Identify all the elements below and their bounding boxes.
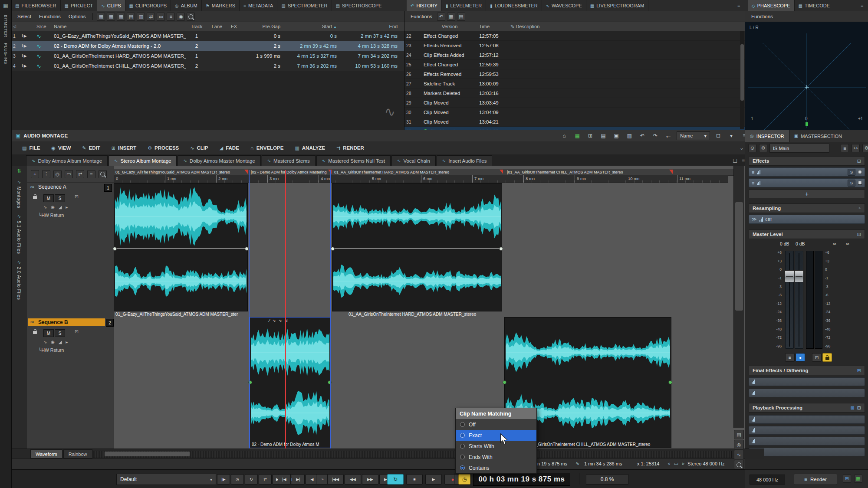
col-version[interactable]: Version (422, 24, 477, 29)
history-row[interactable]: 32 Clip Moved 13:04:32 (404, 127, 745, 130)
effect-slot[interactable]: ≡ S (749, 178, 865, 187)
playback-processing-section-header[interactable]: Playback Processing ⊠ ⊞ (749, 403, 865, 413)
meter-tab[interactable]: ▮ LEVELMETER (442, 0, 486, 11)
meter-tab[interactable]: ▮ LOUDNESSMETER (486, 0, 542, 11)
clips-toolbar-icon[interactable]: ▥ (137, 13, 145, 21)
montage-menu-item[interactable]: ⊞ INSERT (106, 141, 142, 154)
meter-tab[interactable]: ∿ WAVESCOPE (542, 0, 586, 11)
clips-toolbar-icon[interactable]: ⇄ (147, 13, 155, 21)
final-effect-slot[interactable] (749, 377, 865, 386)
transport-main-button[interactable]: ↻ (387, 474, 404, 485)
section-icon[interactable]: ⊠ (851, 405, 855, 411)
clips-toolbar-icon[interactable]: ▤ (127, 13, 135, 21)
titlebar-icon[interactable]: ⊟ (713, 132, 723, 140)
bypass-box[interactable] (858, 170, 862, 174)
section-icon[interactable]: ⊞ (857, 368, 861, 373)
clip-a1[interactable] (114, 183, 248, 311)
bypass-box[interactable] (858, 181, 862, 185)
clips-toolbar-icon[interactable]: ▦ (97, 13, 105, 21)
lock-icon[interactable] (822, 353, 832, 362)
montage-toolbar-icon[interactable]: ⋮ (42, 170, 50, 178)
titlebar-icon[interactable]: ↶ (638, 132, 647, 140)
pregap-cell[interactable]: 2 s (241, 63, 282, 69)
clip-row[interactable]: 2 ‖▶ ∿ 02 - Demo ADM for Dolby Atmos Mas… (11, 41, 404, 51)
playback-slot[interactable] (749, 448, 865, 456)
inspector-tab[interactable]: ▣ MASTERSECTION (789, 130, 847, 142)
mute-button[interactable]: M (43, 194, 54, 202)
transport-skip-button[interactable]: ▶▶ (362, 474, 378, 485)
transport-locate-button[interactable]: |◀ (278, 474, 291, 485)
section-icon[interactable]: ⊡ (857, 232, 861, 237)
time-format-button[interactable]: ◷ (458, 474, 470, 485)
search-icon[interactable] (187, 13, 195, 21)
context-menu-item[interactable]: Exact (456, 430, 536, 441)
montage-menu-item[interactable]: ∿ CLIP (184, 141, 214, 154)
clips-toolbar-icon[interactable]: ▭ (157, 13, 165, 21)
tool-tab[interactable]: ▤ SPECTROSCOPE (332, 0, 386, 11)
montage-menu-item[interactable]: ▥ ANALYZE (289, 141, 331, 154)
history-row[interactable]: 26 Effects Removed 12:59:53 (404, 69, 745, 79)
montage-toolbar-icon[interactable]: ▭ (65, 170, 73, 178)
history-row[interactable]: 24 Clip Effects Added 12:57:12 (404, 50, 745, 60)
transport-skip-button[interactable]: ◀◀ (345, 474, 361, 485)
volume-envelope[interactable] (114, 248, 247, 249)
montage-menu-item[interactable]: ✎ EDIT (76, 141, 105, 154)
montage-menu-item[interactable]: ∩ ENVELOPE (245, 141, 289, 154)
titlebar-icon[interactable]: ▦ (572, 132, 582, 140)
col-pregap[interactable]: Pre-Gap (241, 24, 282, 29)
hw-return-label[interactable]: └HW Return (38, 347, 64, 353)
transport-option-button[interactable]: ↻ (245, 474, 258, 485)
montage-tab[interactable]: ∿ Dolby Atmos Album Montage (26, 155, 108, 166)
dock-tab[interactable]: BITMETER (0, 15, 11, 37)
context-menu-item[interactable]: Starts With (456, 441, 536, 452)
zoom-stack-icon[interactable]: ▤ (734, 430, 744, 439)
selection-edge-right[interactable] (330, 170, 331, 449)
list-icon[interactable]: ≡ (841, 144, 849, 152)
volume-envelope[interactable] (505, 382, 671, 382)
titlebar-icon[interactable]: ⌂ (559, 132, 569, 140)
montage-toolbar-icon[interactable]: + (31, 170, 39, 178)
transport-locate-button[interactable]: ▶| (292, 474, 305, 485)
history-row[interactable]: 29 Clip Moved 13:03:49 (404, 98, 745, 108)
solo-button[interactable]: S (55, 329, 65, 337)
meter-tab[interactable]: ▦ LIVESPECTROGRAM (586, 0, 648, 11)
history-scrollbar[interactable] (740, 31, 744, 129)
clips-menu-item[interactable]: Functions (36, 13, 64, 20)
playback-slot[interactable] (749, 415, 865, 424)
col-lane[interactable]: Lane (207, 24, 227, 29)
tool-tab[interactable]: ▦ PROJECT (61, 0, 98, 11)
tab-list-icon[interactable]: ≡ (742, 158, 745, 164)
effects-section-header[interactable]: Effects ⊟ (749, 156, 865, 166)
clip-play-icons[interactable]: ‖▶ (20, 34, 35, 38)
montage-tab[interactable]: ∿ Vocal Chain (391, 155, 436, 166)
tab-checkbox-icon[interactable]: ☐ (733, 158, 737, 164)
track-routing-icons[interactable]: ∿ ◉ ◢ ▸ (43, 340, 69, 344)
master-fader-left[interactable] (785, 251, 794, 349)
clips-toolbar-icon[interactable]: ◉ (177, 13, 185, 21)
playback-slot[interactable] (749, 437, 865, 445)
zoom-stack-icon[interactable]: ∿ (734, 450, 744, 459)
resampling-section-header[interactable]: Resampling ≈ (749, 203, 865, 213)
render-mode-icon[interactable]: ▦ (854, 475, 862, 483)
montage-tab[interactable]: ∿ Dolby Atmos Master Montage (178, 155, 260, 166)
clip-row[interactable]: 1 ‖▶ ∿ 01_G-Eazy_AllTheThingsYouSaid_ATM… (11, 31, 404, 41)
tools-icon[interactable]: ⚙ (759, 144, 767, 152)
playback-speed-value[interactable]: 0.8 % (586, 474, 628, 485)
montage-tab[interactable]: ∿ Mastered Stems (262, 155, 316, 166)
solo-effect-button[interactable]: S (848, 169, 855, 176)
montage-menu-item[interactable]: ⇉ RENDER (331, 141, 370, 154)
col-track[interactable]: Track (186, 24, 207, 29)
history-row[interactable]: 25 Effect Changed 12:59:39 (404, 60, 745, 69)
panel-menu-icon[interactable]: ≡ (733, 0, 744, 11)
end-cell[interactable]: 7 mn 34 s 202 ms (339, 53, 399, 59)
selection-edge-left[interactable] (249, 170, 250, 449)
transport-main-button[interactable]: ■ (406, 474, 423, 485)
transport-time-display[interactable]: 00 h 03 mn 19 s 875 ms (473, 473, 570, 486)
montage-menu-item[interactable]: ◢ FADE (214, 141, 245, 154)
transport-skip-button[interactable]: |◀◀ (327, 474, 344, 485)
titlebar-icon[interactable]: ▥ (625, 132, 634, 140)
pregap-cell[interactable]: 2 s (241, 43, 282, 49)
clip-name-cell[interactable]: 01_AA_GirlsOnTheInternet HARD_ATMOS ADM … (52, 53, 186, 59)
history-functions-menu[interactable]: Functions (407, 13, 436, 20)
inspector-tab[interactable]: ◎ INSPECTOR (745, 130, 789, 142)
